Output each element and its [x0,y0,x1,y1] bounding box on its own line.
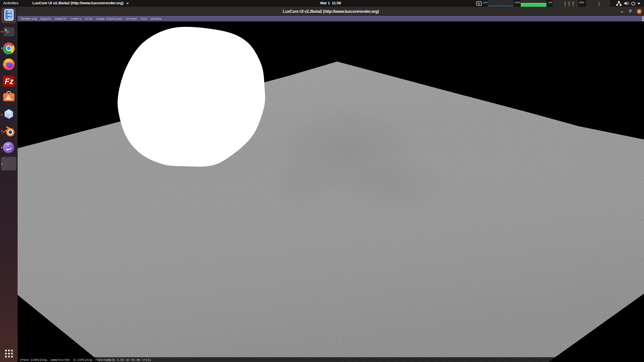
svg-text:Fz: Fz [5,77,14,86]
svg-text:A: A [6,94,11,101]
